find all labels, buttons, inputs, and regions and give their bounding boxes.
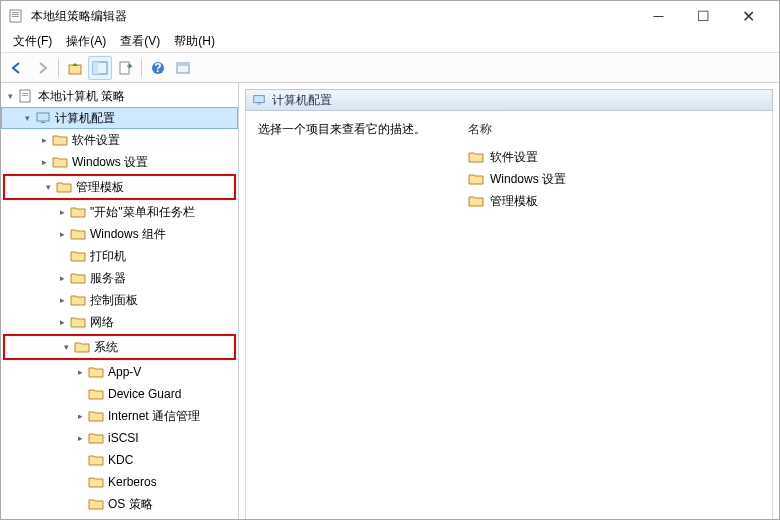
tree-node-label: 软件设置 xyxy=(72,132,120,149)
tree-node-label: 计算机配置 xyxy=(55,110,115,127)
chevron-down-icon[interactable]: ▾ xyxy=(59,340,73,354)
svg-rect-13 xyxy=(22,93,28,94)
tree-node-system[interactable]: ▾ 系统 xyxy=(5,336,234,358)
help-button[interactable]: ? xyxy=(146,56,170,80)
chevron-down-icon[interactable]: ▾ xyxy=(41,180,55,194)
menu-help[interactable]: 帮助(H) xyxy=(168,31,221,52)
svg-rect-6 xyxy=(93,62,98,74)
tree-node-kdc[interactable]: ▸ KDC xyxy=(1,449,238,471)
tree-node-label: OS 策略 xyxy=(108,496,153,513)
menu-action[interactable]: 操作(A) xyxy=(60,31,112,52)
folder-icon xyxy=(468,193,484,209)
svg-rect-17 xyxy=(254,96,265,103)
folder-icon xyxy=(88,430,104,446)
tree-node-windows-components[interactable]: ▸ Windows 组件 xyxy=(1,223,238,245)
tree-node-printers[interactable]: ▸ 打印机 xyxy=(1,245,238,267)
detail-header-title: 计算机配置 xyxy=(272,92,332,109)
tree-node-label: Device Guard xyxy=(108,387,181,401)
tree-node-label: 服务器 xyxy=(90,270,126,287)
tree-node-server[interactable]: ▸ 服务器 xyxy=(1,267,238,289)
tree-node-software-settings[interactable]: ▸ 软件设置 xyxy=(1,129,238,151)
export-list-button[interactable] xyxy=(113,56,137,80)
tree-node-pin-complexity[interactable]: ▸ PIN 复杂性 xyxy=(1,515,238,520)
tree-node-label: App-V xyxy=(108,365,141,379)
chevron-down-icon[interactable]: ▾ xyxy=(3,89,17,103)
forward-button[interactable] xyxy=(30,56,54,80)
tree-node-root[interactable]: ▾ 本地计算机 策略 xyxy=(1,85,238,107)
folder-icon xyxy=(70,314,86,330)
minimize-button[interactable]: ─ xyxy=(636,1,681,31)
folder-icon xyxy=(52,132,68,148)
close-button[interactable]: ✕ xyxy=(726,1,771,31)
toolbar-separator xyxy=(141,59,142,77)
tree-node-internet-comm[interactable]: ▸ Internet 通信管理 xyxy=(1,405,238,427)
svg-rect-2 xyxy=(12,14,19,15)
toolbar-separator xyxy=(58,59,59,77)
maximize-button[interactable]: ☐ xyxy=(681,1,726,31)
svg-text:?: ? xyxy=(154,61,161,75)
folder-icon xyxy=(70,270,86,286)
tree-node-device-guard[interactable]: ▸ Device Guard xyxy=(1,383,238,405)
folder-icon xyxy=(468,171,484,187)
tree-node-label: 打印机 xyxy=(90,248,126,265)
up-button[interactable] xyxy=(63,56,87,80)
window-title: 本地组策略编辑器 xyxy=(31,8,636,25)
chevron-right-icon[interactable]: ▸ xyxy=(73,409,87,423)
svg-rect-14 xyxy=(22,95,28,96)
svg-rect-3 xyxy=(12,16,19,17)
chevron-down-icon[interactable]: ▾ xyxy=(20,111,34,125)
tree-node-computer-configuration[interactable]: ▾ 计算机配置 xyxy=(1,107,238,129)
app-icon xyxy=(9,8,25,24)
list-item[interactable]: Windows 设置 xyxy=(468,168,760,190)
list-item-label: 管理模板 xyxy=(490,193,538,210)
folder-icon xyxy=(88,452,104,468)
list-item[interactable]: 软件设置 xyxy=(468,146,760,168)
folder-icon xyxy=(70,248,86,264)
svg-rect-18 xyxy=(257,104,261,105)
chevron-right-icon[interactable]: ▸ xyxy=(55,315,69,329)
menu-view[interactable]: 查看(V) xyxy=(114,31,166,52)
chevron-right-icon[interactable]: ▸ xyxy=(37,133,51,147)
tree-node-kerberos[interactable]: ▸ Kerberos xyxy=(1,471,238,493)
show-hide-tree-button[interactable] xyxy=(88,56,112,80)
properties-button[interactable] xyxy=(171,56,195,80)
menu-file[interactable]: 文件(F) xyxy=(7,31,58,52)
window-controls: ─ ☐ ✕ xyxy=(636,1,771,31)
highlight-box-system: ▾ 系统 xyxy=(3,334,236,360)
svg-rect-1 xyxy=(12,12,19,13)
tree-node-iscsi[interactable]: ▸ iSCSI xyxy=(1,427,238,449)
chevron-right-icon[interactable]: ▸ xyxy=(73,431,87,445)
detail-pane: 计算机配置 选择一个项目来查看它的描述。 名称 软件设置 Windows 设置 … xyxy=(239,83,779,520)
tree-node-label: 管理模板 xyxy=(76,179,124,196)
description-prompt: 选择一个项目来查看它的描述。 xyxy=(258,121,438,138)
svg-rect-16 xyxy=(41,122,45,123)
chevron-right-icon[interactable]: ▸ xyxy=(55,227,69,241)
list-item[interactable]: 管理模板 xyxy=(468,190,760,212)
svg-rect-11 xyxy=(177,63,189,66)
tree-node-control-panel[interactable]: ▸ 控制面板 xyxy=(1,289,238,311)
chevron-right-icon[interactable]: ▸ xyxy=(55,271,69,285)
tree-node-network[interactable]: ▸ 网络 xyxy=(1,311,238,333)
tree-node-label: Windows 组件 xyxy=(90,226,166,243)
tree-node-label: Internet 通信管理 xyxy=(108,408,200,425)
folder-icon xyxy=(88,408,104,424)
svg-rect-4 xyxy=(69,65,81,74)
menu-bar: 文件(F) 操作(A) 查看(V) 帮助(H) xyxy=(1,31,779,53)
folder-icon xyxy=(88,496,104,512)
tree-node-windows-settings[interactable]: ▸ Windows 设置 xyxy=(1,151,238,173)
chevron-right-icon[interactable]: ▸ xyxy=(73,365,87,379)
folder-icon xyxy=(70,226,86,242)
chevron-right-icon[interactable]: ▸ xyxy=(55,205,69,219)
detail-header: 计算机配置 xyxy=(245,89,773,111)
back-button[interactable] xyxy=(5,56,29,80)
tree-node-os-policy[interactable]: ▸ OS 策略 xyxy=(1,493,238,515)
chevron-right-icon[interactable]: ▸ xyxy=(37,155,51,169)
folder-icon xyxy=(70,204,86,220)
tree-pane[interactable]: ▾ 本地计算机 策略 ▾ 计算机配置 ▸ 软件设置 ▸ Windows 设置 ▾… xyxy=(1,83,239,520)
title-bar: 本地组策略编辑器 ─ ☐ ✕ xyxy=(1,1,779,31)
tree-node-label: 控制面板 xyxy=(90,292,138,309)
tree-node-admin-templates[interactable]: ▾ 管理模板 xyxy=(5,176,234,198)
tree-node-appv[interactable]: ▸ App-V xyxy=(1,361,238,383)
tree-node-start-menu-taskbar[interactable]: ▸ "开始"菜单和任务栏 xyxy=(1,201,238,223)
chevron-right-icon[interactable]: ▸ xyxy=(55,293,69,307)
